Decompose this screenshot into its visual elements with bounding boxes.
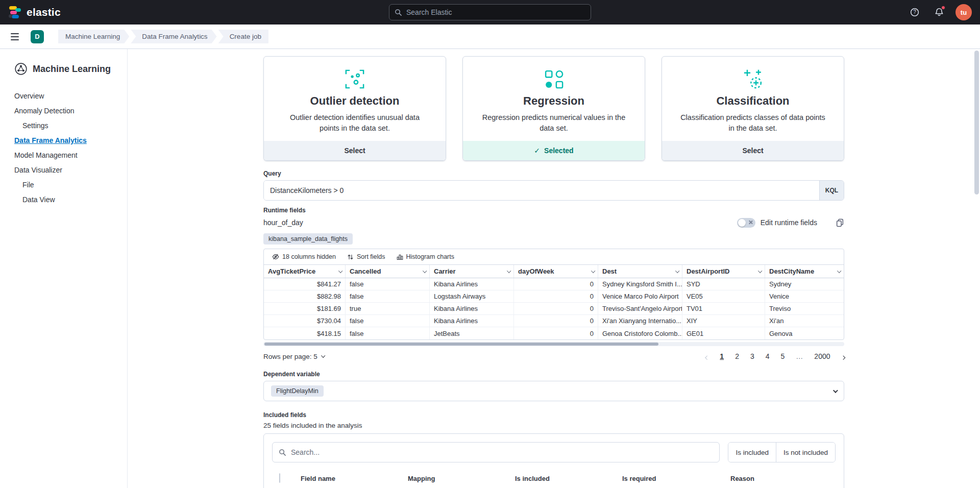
sidebar-item-overview[interactable]: Overview	[14, 89, 127, 104]
chevron-down-icon	[423, 269, 427, 273]
chevron-down-icon	[833, 388, 838, 393]
breadcrumb: Machine Learning Data Frame Analytics Cr…	[58, 30, 270, 43]
rows-per-page-button[interactable]: Rows per page: 5	[263, 353, 324, 360]
chevron-left-icon	[705, 355, 709, 359]
card-outlier-detection: Outlier detection Outlier detection iden…	[263, 56, 446, 161]
elastic-brand[interactable]: elastic	[8, 6, 61, 19]
copy-icon	[836, 218, 844, 227]
fields-column-is-required: Is required	[622, 475, 730, 482]
job-type-cards: Outlier detection Outlier detection iden…	[263, 56, 844, 161]
fields-column-is-included: Is included	[515, 475, 622, 482]
column-header-dest[interactable]: Dest	[598, 265, 682, 278]
sidebar-nav: Overview Anomaly Detection Settings Data…	[14, 89, 127, 207]
columns-hidden-button[interactable]: 18 columns hidden	[268, 252, 340, 262]
horizontal-scrollbar	[263, 342, 844, 346]
page-button-2000[interactable]: 2000	[814, 352, 830, 360]
table-row[interactable]: $882.98 false Logstash Airways 0 Venice …	[264, 290, 844, 303]
included-fields-label: Included fields	[263, 411, 844, 419]
card-classification: Classification Classification predicts c…	[662, 56, 844, 161]
select-outlier-detection-button[interactable]: Select	[264, 141, 446, 160]
chevron-down-icon	[837, 269, 841, 273]
table-row[interactable]: $418.15 false JetBeats 0 Genoa Cristofor…	[264, 327, 844, 339]
previous-page-button[interactable]	[706, 352, 709, 360]
card-description: Classification predicts classes of data …	[662, 112, 844, 134]
page-button-4[interactable]: 4	[766, 352, 770, 360]
table-row[interactable]: $730.04 false Kibana Airlines 0 Xi'an Xi…	[264, 315, 844, 327]
column-header-destairportid[interactable]: DestAirportID	[682, 265, 765, 278]
cross-icon	[748, 220, 753, 225]
chevron-right-icon	[841, 355, 845, 359]
breadcrumb-create-job[interactable]: Create job	[218, 30, 268, 43]
analysis-fields-panel: Is included Is not included Field name M…	[263, 433, 844, 488]
select-classification-button[interactable]: Select	[662, 141, 844, 160]
notifications-button[interactable]	[931, 4, 947, 20]
kql-button[interactable]: KQL	[819, 181, 844, 200]
pagination: 1 2 3 4 5 … 2000	[706, 352, 844, 360]
query-input[interactable]	[264, 181, 819, 200]
dependent-variable-value: FlightDelayMin	[271, 385, 324, 397]
outlier-detection-icon	[344, 68, 366, 90]
page-button-5[interactable]: 5	[781, 352, 785, 360]
column-header-cancelled[interactable]: Cancelled	[346, 265, 430, 278]
sidebar-item-data-view[interactable]: Data View	[14, 192, 127, 207]
sidebar-item-data-frame-analytics[interactable]: Data Frame Analytics	[14, 133, 127, 148]
regression-selected-button[interactable]: ✓ Selected	[463, 141, 645, 160]
global-search[interactable]	[389, 4, 591, 20]
check-icon: ✓	[534, 147, 540, 155]
dependent-variable-select[interactable]: FlightDelayMin	[263, 381, 844, 401]
chevron-down-icon	[591, 269, 595, 273]
card-title: Classification	[716, 94, 789, 108]
column-header-carrier[interactable]: Carrier	[430, 265, 514, 278]
menu-button[interactable]	[5, 27, 24, 46]
page-button-1[interactable]: 1	[720, 352, 724, 360]
user-avatar[interactable]: tu	[955, 4, 972, 20]
fields-search-input[interactable]	[291, 448, 713, 456]
table-row[interactable]: $841.27 false Kibana Airlines 0 Sydney K…	[264, 278, 844, 290]
global-search-input[interactable]	[406, 8, 585, 16]
card-title: Outlier detection	[310, 94, 400, 108]
edit-runtime-fields-label: Edit runtime fields	[761, 218, 817, 227]
sidebar: Machine Learning Overview Anomaly Detect…	[0, 49, 128, 488]
column-header-destcityname[interactable]: DestCityName	[765, 265, 844, 278]
fields-column-reason: Reason	[730, 475, 836, 482]
histogram-icon	[397, 254, 403, 260]
breadcrumb-bar: D Machine Learning Data Frame Analytics …	[0, 25, 980, 49]
elastic-logo	[8, 6, 21, 19]
index-badge: kibana_sample_data_flights	[263, 233, 353, 245]
runtime-fields-label: Runtime fields	[263, 207, 844, 214]
sidebar-item-data-visualizer[interactable]: Data Visualizer	[14, 163, 127, 178]
chevron-down-icon	[675, 269, 679, 273]
page-button-3[interactable]: 3	[750, 352, 754, 360]
top-bar: elastic ? tu	[0, 0, 980, 25]
filter-is-not-included-button[interactable]: Is not included	[776, 443, 835, 462]
histogram-charts-button[interactable]: Histogram charts	[393, 252, 458, 262]
sidebar-item-anomaly-detection[interactable]: Anomaly Detection	[14, 104, 127, 118]
sort-icon	[347, 254, 354, 260]
help-icon: ?	[910, 8, 919, 17]
card-description: Regression predicts numerical values in …	[463, 112, 645, 134]
page-button-2[interactable]: 2	[735, 352, 739, 360]
breadcrumb-data-frame-analytics[interactable]: Data Frame Analytics	[131, 30, 216, 43]
chevron-down-icon	[338, 269, 342, 273]
column-header-avgticketprice[interactable]: AvgTicketPrice	[264, 265, 346, 278]
breadcrumb-machine-learning[interactable]: Machine Learning	[58, 30, 129, 43]
help-button[interactable]: ?	[906, 4, 923, 20]
table-row[interactable]: $181.69 true Kibana Airlines 0 Treviso-S…	[264, 303, 844, 315]
filter-is-included-button[interactable]: Is included	[728, 443, 776, 462]
sort-fields-button[interactable]: Sort fields	[343, 252, 389, 262]
horizontal-scrollbar-thumb[interactable]	[264, 343, 658, 346]
fields-search[interactable]	[272, 442, 720, 462]
edit-runtime-fields-toggle[interactable]	[737, 218, 755, 228]
menu-icon	[11, 33, 19, 34]
space-badge[interactable]: D	[31, 30, 44, 43]
copy-button[interactable]	[836, 218, 844, 227]
column-header-dayofweek[interactable]: dayOfWeek	[514, 265, 598, 278]
select-all-checkbox[interactable]	[279, 473, 280, 483]
vertical-scrollbar-thumb[interactable]	[974, 51, 979, 194]
sidebar-item-settings[interactable]: Settings	[14, 118, 127, 133]
card-description: Outlier detection identifies unusual dat…	[264, 112, 446, 134]
next-page-button[interactable]	[842, 352, 845, 360]
sidebar-item-model-management[interactable]: Model Management	[14, 148, 127, 163]
dependent-variable-label: Dependent variable	[263, 371, 844, 378]
sidebar-item-file[interactable]: File	[14, 178, 127, 192]
